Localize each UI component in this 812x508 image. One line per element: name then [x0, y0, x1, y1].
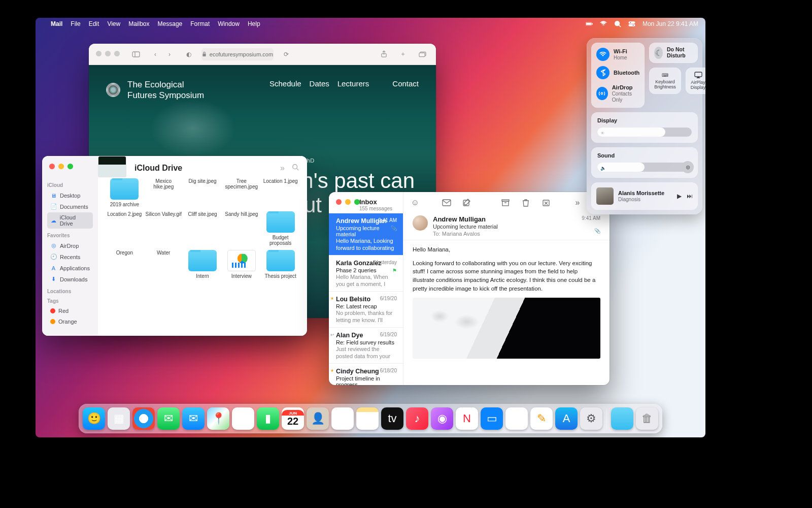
dock-keynote[interactable]: ▭ [481, 407, 503, 430]
nav-contact[interactable]: Contact [392, 79, 419, 88]
clock[interactable]: Mon Jun 22 9:41 AM [642, 20, 698, 27]
zoom-button[interactable] [114, 51, 120, 56]
share-icon[interactable] [377, 49, 390, 60]
forward-button[interactable]: › [163, 49, 176, 60]
file-item[interactable]: Mexico hike.jpeg [145, 178, 182, 207]
trash-icon[interactable] [521, 198, 530, 207]
next-icon[interactable]: ⏭ [687, 193, 693, 200]
airplay[interactable]: AirPlay Display [686, 68, 705, 94]
nav-dates[interactable]: Dates [310, 79, 329, 88]
keyboard-brightness[interactable]: ⌨︎ Keyboard Brightness [649, 68, 681, 94]
dnd-toggle[interactable]: ☾ Do Not Disturb [649, 43, 698, 63]
sidebar-item-icloud-drive[interactable]: ☁︎iCloud Drive [47, 212, 93, 229]
dock-reminders[interactable]: ≣ [331, 407, 354, 430]
sidebar-toggle-icon[interactable] [129, 49, 143, 60]
close-button[interactable] [336, 199, 342, 205]
sound-slider[interactable]: 🔈⊚ [597, 163, 692, 172]
nav-lecturers[interactable]: Lecturers [337, 79, 369, 88]
dock-news[interactable]: N [456, 407, 478, 430]
minimize-button[interactable] [345, 199, 351, 205]
dock-finder[interactable]: 🙂 [83, 407, 105, 430]
message-row[interactable]: ⚑Karla GonzalezYesterdayPhase 2 queriesH… [329, 256, 403, 292]
dock-calendar[interactable]: JUN22 [282, 407, 304, 430]
file-item[interactable]: Oregon [106, 250, 143, 279]
more-icon[interactable]: » [280, 164, 285, 173]
file-item[interactable]: Location 2.jpeg [106, 211, 143, 246]
sidebar-item-downloads[interactable]: ⬇︎Downloads [47, 274, 93, 284]
dock-maps[interactable]: 📍 [207, 407, 229, 430]
file-item[interactable]: Dig site.jpeg [184, 178, 221, 207]
emoji-icon[interactable]: ☺ [411, 198, 420, 207]
menu-mailbox[interactable]: Mailbox [128, 20, 149, 27]
file-item[interactable]: Sandy hill.jpeg [223, 211, 260, 246]
zoom-button[interactable] [67, 164, 73, 169]
airdrop-toggle[interactable]: AirDropContacts Only [596, 84, 639, 103]
spotlight-icon[interactable] [614, 20, 621, 27]
reader-icon[interactable]: ◐ [182, 49, 195, 60]
dock-launchpad[interactable]: ▦ [108, 407, 130, 430]
search-icon[interactable] [292, 164, 299, 173]
compose-icon[interactable] [462, 198, 471, 207]
close-button[interactable] [96, 51, 101, 56]
dock-numbers[interactable]: ▥ [505, 407, 528, 430]
file-item[interactable]: Budget proposals [262, 211, 299, 246]
menu-message[interactable]: Message [158, 20, 183, 27]
new-tab-icon[interactable]: ＋ [396, 49, 410, 60]
display-slider[interactable]: ☀︎ [597, 128, 692, 137]
file-item[interactable]: Silicon Valley.gif [145, 211, 182, 246]
dock-mail[interactable]: ✉ [182, 407, 205, 430]
sidebar-item-desktop[interactable]: 🖥Desktop [47, 190, 93, 201]
menu-file[interactable]: File [71, 20, 80, 27]
play-icon[interactable]: ▶ [677, 193, 682, 200]
dock-downloads[interactable] [611, 407, 633, 430]
sidebar-item-applications[interactable]: AApplications [47, 263, 93, 273]
back-button[interactable]: ‹ [149, 49, 162, 60]
tag-red[interactable]: Red [47, 306, 93, 316]
dock-settings[interactable]: ⚙ [580, 407, 602, 430]
file-item[interactable]: Water [145, 250, 182, 279]
address-bar[interactable]: ecofuturesymposium.com [201, 48, 274, 60]
dock-messages[interactable]: ✉ [157, 407, 180, 430]
dock-facetime[interactable]: ▮ [257, 407, 279, 430]
message-row[interactable]: ★Cindy Cheung6/18/20Project timeline in … [329, 364, 403, 385]
message-row[interactable]: 📎Andrew Mulligan9:41 AMUpcoming lecture … [329, 213, 403, 256]
reload-icon[interactable]: ⟳ [280, 49, 293, 60]
minimize-button[interactable] [105, 51, 111, 56]
now-playing[interactable]: Alanis MorissetteDiagnosis ▶⏭ [591, 182, 698, 210]
dock-podcasts[interactable]: ◉ [431, 407, 453, 430]
menu-window[interactable]: Window [218, 20, 240, 27]
dock-pages[interactable]: ✎ [530, 407, 553, 430]
wifi-icon[interactable] [600, 20, 607, 27]
nav-schedule[interactable]: Schedule [269, 79, 301, 88]
file-item[interactable]: Cliff site.jpeg [184, 211, 221, 246]
menu-format[interactable]: Format [190, 20, 210, 27]
sidebar-item-documents[interactable]: 📄Documents [47, 201, 93, 212]
sidebar-item-airdrop[interactable]: ◎AirDrop [47, 240, 93, 251]
file-item[interactable]: 2019 archive [106, 178, 143, 207]
file-item[interactable]: Location 1.jpeg [262, 178, 299, 207]
message-row[interactable]: ★Lou Belsito6/19/20Re: Latest recapNo pr… [329, 292, 403, 328]
dock-appstore[interactable]: A [555, 407, 578, 430]
junk-icon[interactable] [442, 198, 451, 207]
dock-trash[interactable]: 🗑 [636, 407, 658, 430]
inline-image[interactable] [413, 298, 600, 359]
dock-music[interactable]: ♪ [406, 407, 428, 430]
sender-avatar[interactable] [413, 215, 428, 231]
message-row[interactable]: ↩︎Alan Dye6/19/20Re: Field survey result… [329, 328, 403, 364]
tag-orange[interactable]: Orange [47, 316, 93, 327]
file-item[interactable]: Thesis project [262, 250, 299, 279]
menu-edit[interactable]: Edit [89, 20, 99, 27]
menu-view[interactable]: View [107, 20, 120, 27]
file-item[interactable]: Intern [184, 250, 221, 279]
more-icon[interactable]: » [573, 198, 582, 207]
dock-contacts[interactable]: 👤 [307, 407, 329, 430]
app-menu[interactable]: Mail [51, 20, 62, 27]
file-item[interactable]: Tree specimen.jpeg [223, 178, 260, 207]
dock-notes[interactable] [356, 407, 379, 430]
dock-tv[interactable]: tv [381, 407, 403, 430]
spam-icon[interactable] [542, 198, 551, 207]
minimize-button[interactable] [58, 164, 64, 169]
close-button[interactable] [49, 164, 55, 169]
dock-safari[interactable] [132, 407, 155, 430]
battery-icon[interactable] [586, 20, 593, 27]
